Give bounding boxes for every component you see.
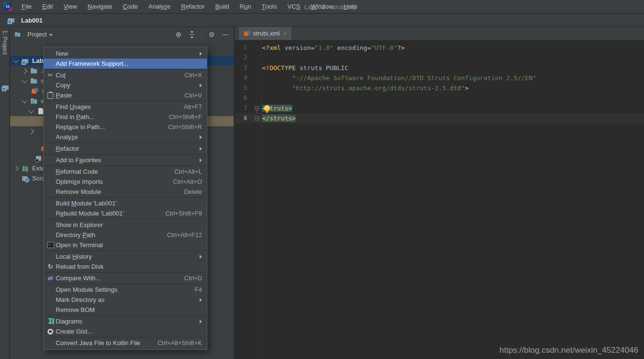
- code-line-7[interactable]: 7<struts>: [235, 103, 644, 113]
- menu-item-create-gist[interactable]: Create Gist...: [44, 326, 207, 336]
- fold-marker-icon[interactable]: [255, 116, 259, 120]
- context-menu: NewAdd Framework Support...CutCtrl+XCopy…: [43, 47, 207, 350]
- menubar-item-tools[interactable]: Tools: [256, 0, 282, 13]
- code-token: [262, 84, 292, 92]
- menu-item-analyze[interactable]: Analyze: [44, 132, 207, 142]
- menu-item-label: New: [56, 50, 68, 57]
- menubar-item-navigate[interactable]: Navigate: [83, 0, 118, 13]
- fold-marker-icon[interactable]: [255, 106, 259, 110]
- menu-item-paste[interactable]: PasteCtrl+V: [44, 90, 207, 100]
- code-editor[interactable]: 1<?xml version="1.0" encoding="UTF-8"?>2…: [235, 41, 644, 359]
- menu-item-diagrams[interactable]: Diagrams: [44, 316, 207, 326]
- module-file-icon: [35, 155, 43, 162]
- code-line-6[interactable]: 6: [235, 93, 644, 103]
- locate-file-icon[interactable]: [175, 31, 182, 38]
- intention-bulb-icon[interactable]: [264, 105, 270, 111]
- code-line-8[interactable]: 8</struts>: [235, 113, 644, 123]
- chevron-right-icon[interactable]: [28, 129, 34, 134]
- menu-item-directory-path[interactable]: Directory PathCtrl+Alt+F12: [44, 230, 207, 240]
- menubar-item-edit[interactable]: Edit: [37, 0, 58, 13]
- menubar-item-code[interactable]: Code: [118, 0, 143, 13]
- project-tool-window-button[interactable]: 1: Project: [1, 30, 8, 55]
- menu-icon-spacer: [46, 200, 55, 207]
- code-line-2[interactable]: 2: [235, 53, 644, 63]
- menu-item-copy[interactable]: Copy: [44, 80, 207, 90]
- menu-item-cut[interactable]: CutCtrl+X: [44, 70, 207, 80]
- menubar-item-build[interactable]: Build: [210, 0, 234, 13]
- menu-item-remove-bom[interactable]: Remove BOM: [44, 305, 207, 315]
- menu-icon-spacer: [46, 221, 55, 229]
- line-number: 2: [235, 53, 247, 63]
- code-line-1[interactable]: 1<?xml version="1.0" encoding="UTF-8"?>: [235, 43, 644, 53]
- chevron-down-icon[interactable]: [49, 34, 53, 36]
- menu-item-shortcut: Ctrl+Shift+R: [168, 123, 202, 131]
- menubar-item-refactor[interactable]: Refactor: [176, 0, 210, 13]
- chevron-down-icon[interactable]: [22, 97, 27, 103]
- menu-item-local-history[interactable]: Local History: [44, 251, 207, 262]
- menubar-item-analyze[interactable]: Analyze: [143, 0, 176, 13]
- collapse-all-icon[interactable]: [188, 31, 196, 38]
- header-divider: [202, 31, 202, 38]
- menu-item-show-in-explorer[interactable]: Show in Explorer: [44, 220, 207, 230]
- menubar-item-file[interactable]: File: [16, 0, 37, 13]
- menu-item-find-in-path[interactable]: Find in Path...Ctrl+Shift+F: [44, 112, 207, 122]
- menubar-item-view[interactable]: View: [58, 0, 82, 13]
- menu-item-mark-directory-as[interactable]: Mark Directory as: [44, 295, 207, 305]
- line-number: 1: [235, 43, 247, 53]
- chevron-down-icon[interactable]: [22, 77, 27, 83]
- menu-separator: [44, 272, 207, 273]
- menu-item-find-usages[interactable]: Find UsagesAlt+F7: [44, 102, 207, 112]
- menu-item-remove-module[interactable]: Remove ModuleDelete: [44, 187, 207, 197]
- menu-separator: [44, 143, 207, 143]
- menu-item-rebuild-module-lab001[interactable]: Rebuild Module 'Lab001'Ctrl+Shift+F9: [44, 208, 207, 218]
- menu-separator: [44, 101, 207, 101]
- title-bar: IJ FileEditViewNavigateCodeAnalyzeRefact…: [0, 0, 644, 13]
- menu-item-reload-from-disk[interactable]: Reload from Disk: [44, 262, 207, 272]
- menu-item-refactor[interactable]: Refactor: [44, 144, 207, 154]
- menu-icon-spacer: [46, 306, 55, 314]
- chevron-down-icon[interactable]: [28, 108, 34, 113]
- menu-item-reformat-code[interactable]: Reformat CodeCtrl+Alt+L: [44, 167, 207, 177]
- menu-item-label: Open in Terminal: [56, 241, 103, 249]
- menu-item-optimize-imports[interactable]: Optimize ImportsCtrl+Alt+O: [44, 177, 207, 187]
- menu-item-label: Diagrams: [56, 318, 83, 325]
- terminal-icon: [46, 241, 55, 249]
- menu-item-add-to-favorites[interactable]: Add to Favorites: [44, 155, 207, 165]
- project-panel-title[interactable]: Project: [27, 31, 47, 38]
- chevron-down-icon[interactable]: [13, 57, 18, 62]
- code-line-3[interactable]: 3<!DOCTYPE struts PUBLIC: [235, 63, 644, 73]
- reload-icon: [46, 263, 55, 271]
- menu-item-new[interactable]: New: [44, 48, 207, 59]
- chevron-right-icon[interactable]: [13, 166, 18, 171]
- gear-icon[interactable]: [208, 31, 215, 38]
- tab-struts-xml[interactable]: struts.xml ×: [239, 27, 291, 40]
- project-view-icon: [14, 31, 21, 38]
- menu-item-label: Show in Explorer: [56, 221, 103, 228]
- line-number: 8: [235, 113, 247, 123]
- menu-icon-spacer: [46, 60, 55, 68]
- code-line-4[interactable]: 4 "-//Apache Software Foundation//DTD St…: [235, 73, 644, 83]
- menu-item-open-in-terminal[interactable]: Open in Terminal: [44, 240, 207, 250]
- submenu-arrow-icon: [200, 298, 202, 302]
- menu-item-compare-with[interactable]: Compare With...Ctrl+D: [44, 273, 207, 283]
- libraries-icon: [22, 165, 29, 172]
- menu-item-shortcut: F4: [195, 286, 202, 293]
- line-number: 4: [235, 73, 247, 83]
- breadcrumb[interactable]: Lab001: [21, 17, 43, 24]
- menu-item-open-module-settings[interactable]: Open Module SettingsF4: [44, 285, 207, 295]
- menu-item-replace-in-path[interactable]: Replace in Path...Ctrl+Shift+R: [44, 122, 207, 132]
- code-line-5[interactable]: 5 "http://struts.apache.org/dtds/struts-…: [235, 83, 644, 93]
- hide-panel-icon[interactable]: [221, 31, 229, 38]
- close-icon[interactable]: ×: [284, 30, 287, 37]
- menu-item-convert-java-file-to-kotlin-file[interactable]: Convert Java File to Kotlin FileCtrl+Alt…: [44, 338, 207, 348]
- line-number: 5: [235, 83, 247, 93]
- menu-item-label: Replace in Path...: [56, 123, 105, 131]
- menubar-item-run[interactable]: Run: [234, 0, 256, 13]
- menu-item-shortcut: Ctrl+Alt+F12: [167, 231, 202, 239]
- chevron-right-icon[interactable]: [22, 68, 27, 73]
- menubar-item-vcs[interactable]: VCS: [282, 0, 306, 13]
- menu-item-build-module-lab001[interactable]: Build Module 'Lab001': [44, 198, 207, 208]
- menu-item-add-framework-support[interactable]: Add Framework Support...: [44, 59, 207, 69]
- menu-item-shortcut: Delete: [184, 188, 202, 195]
- github-icon: [46, 328, 55, 335]
